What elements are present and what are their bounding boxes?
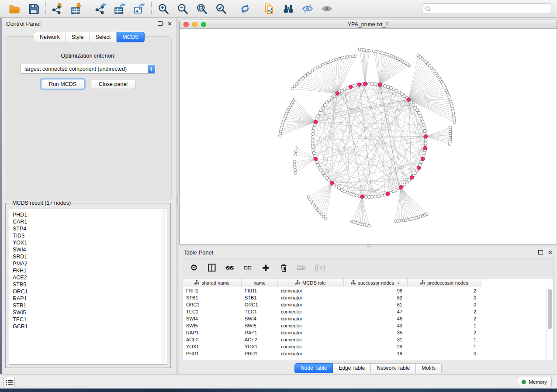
mcds-result-item[interactable]: FKH1 [13,267,167,274]
table-row[interactable]: STB1STB1dominator620 [183,294,553,301]
table-row[interactable]: TEC1TEC1connector472 [183,308,553,315]
network-graph[interactable] [180,29,557,244]
show-panels-list-button[interactable] [3,377,15,387]
table-row[interactable]: FKH1FKH1dominator962 [183,287,553,294]
cell: 1 [408,337,481,342]
mcds-result-item[interactable]: SRD1 [13,253,167,260]
tab-network[interactable]: Network [34,32,66,42]
tab-style[interactable]: Style [66,32,90,42]
tab-mcds[interactable]: MCDS [117,32,145,42]
cell: PHD1 [242,351,278,356]
refresh-icon[interactable] [239,3,251,15]
mcds-result-item[interactable]: TEC1 [13,316,167,323]
cell: 62 [344,295,408,300]
select-all-icon[interactable] [225,262,235,273]
control-panel-float-icon[interactable] [158,21,163,26]
cell: connector [278,323,344,328]
settings-gear-icon[interactable]: ⚙ [189,262,199,273]
column-header-name[interactable]: name [242,279,278,287]
toolbar-group [152,3,233,15]
node-table-body: FKH1FKH1dominator962STB1STB1dominator620… [183,287,553,357]
cell: TEC1 [183,309,242,314]
zoom-fit-icon[interactable] [196,3,208,15]
delete-column-icon[interactable] [279,262,288,273]
main-toolbar [0,0,557,18]
column-header-MCDS-role[interactable]: MCDS role [278,279,344,287]
hide-graphics-details-icon[interactable] [301,3,314,15]
sort-dropdown-icon[interactable]: ∨ [397,281,400,285]
close-panel-button[interactable]: Close panel [91,79,135,89]
optimization-criterion-label: Optimization criterion: [5,52,171,59]
mcds-result-item[interactable]: RAP1 [13,295,167,302]
export-image-icon[interactable] [133,3,145,15]
mcds-result-item[interactable]: TID3 [13,232,167,239]
mcds-result-item[interactable]: STB5 [13,281,167,288]
mcds-list-scrollbar[interactable] [161,209,167,364]
window-close-button[interactable] [183,22,189,27]
tab-edge-table[interactable]: Edge Table [333,363,371,373]
window-zoom-button[interactable] [201,22,206,27]
cell: 0 [408,351,481,356]
find-binoculars-icon[interactable] [282,3,294,15]
search-input[interactable] [432,5,548,12]
memory-button[interactable]: Memory [518,377,552,387]
tab-motifs[interactable]: Motifs [416,363,442,373]
control-panel-close-icon[interactable]: ✕ [167,21,172,27]
search-icon [425,6,431,12]
mcds-result-item[interactable]: GCR1 [13,323,167,330]
deselect-all-icon[interactable] [243,262,253,273]
tab-network-table[interactable]: Network Table [371,363,416,373]
save-icon[interactable] [28,3,40,15]
window-minimize-button[interactable] [192,22,197,27]
table-row[interactable]: ACE2ACE2connector311 [183,336,553,343]
split-panel-icon[interactable] [207,262,217,273]
zoom-selected-icon[interactable] [215,3,227,15]
mcds-result-item[interactable]: SWI5 [13,309,167,316]
import-table-icon[interactable] [71,3,83,15]
mcds-result-item[interactable]: CAR1 [13,218,167,225]
column-header-shared-name[interactable]: shared name [183,279,242,287]
mcds-result-list[interactable]: PHD1CAR1STP4TID3YOX1SWI4SRD1PMA2FKH1ACE2… [9,209,167,364]
cell: 2 [408,316,481,321]
mcds-result-item[interactable]: STB1 [13,302,167,309]
mcds-result-item[interactable]: SWI4 [13,246,167,253]
tab-node-table[interactable]: Node Table [294,363,333,373]
cell: 1 [408,344,481,349]
add-column-icon[interactable] [261,262,270,273]
column-header-label: MCDS role [302,280,326,285]
mcds-result-item[interactable]: YOX1 [13,239,167,246]
import-network-icon[interactable] [52,3,64,15]
run-mcds-button[interactable]: Run MCDS [41,79,84,89]
network-canvas[interactable] [180,29,557,244]
status-bar: Memory [0,374,557,389]
table-scrollbar[interactable] [546,287,553,360]
table-row[interactable]: PHD1PHD1dominator180 [183,350,553,357]
column-header-successor-nodes[interactable]: successor nodes∨ [344,279,408,287]
zoom-in-icon[interactable] [157,3,170,15]
column-header-predecessor-nodes[interactable]: predecessor nodes [408,279,481,287]
optimization-criterion-select[interactable]: largest connected component (undirected)… [20,64,156,74]
mcds-result-item[interactable]: ACE2 [13,274,167,281]
table-panel-float-icon[interactable] [538,250,543,254]
cell: connector [278,337,344,342]
table-row[interactable]: SWI5SWI5connector431 [183,322,553,329]
mcds-result-item[interactable]: STP4 [13,225,167,232]
table-row[interactable]: SWI4SWI4dominator462 [183,315,553,322]
table-row[interactable]: RAP1RAP1dominator352 [183,329,553,336]
mcds-result-item[interactable]: ORC1 [13,288,167,295]
zoom-out-icon[interactable] [176,3,189,15]
table-panel-close-icon[interactable]: ✕ [548,250,553,255]
export-table-icon[interactable] [114,3,126,15]
column-header-label: successor nodes [358,280,394,285]
table-scrollbar-thumb[interactable] [548,289,552,329]
export-network-icon[interactable] [95,3,107,15]
cell: connector [278,309,344,314]
network-window-titlebar[interactable]: YPA_prune.txt_1 [180,20,557,29]
tab-select[interactable]: Select [90,32,117,42]
mcds-result-item[interactable]: PHD1 [13,211,167,218]
mcds-result-item[interactable]: PMA2 [13,260,167,267]
table-row[interactable]: YOX1YOX1connector291 [183,343,553,350]
open-file-icon[interactable] [8,3,21,15]
table-row[interactable]: ORC1ORC1dominator610 [183,301,553,308]
new-network-from-selection-icon[interactable] [263,3,275,15]
